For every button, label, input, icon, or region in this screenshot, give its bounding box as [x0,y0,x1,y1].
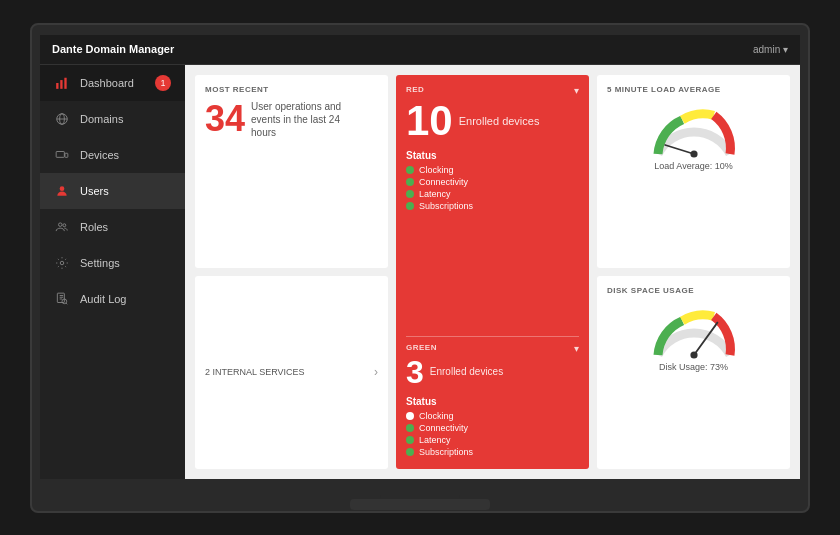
app-title: Dante Domain Manager [52,43,174,55]
settings-label: Settings [80,257,120,269]
svg-rect-6 [56,151,64,157]
dashboard-badge: 1 [155,75,171,91]
dashboard-label: Dashboard [80,77,134,89]
disk-gauge-container: Disk Usage: 73% [607,301,780,376]
disk-usage-header: DISK SPACE USAGE [607,286,780,295]
audit-icon [54,291,70,307]
svg-line-14 [665,145,694,154]
monitor-base [350,499,490,511]
green-status-title: Status [406,396,579,407]
internal-services-text: 2 INTERNAL SERVICES [205,367,305,377]
green-enrolled-row: 3 Enrolled devices [406,356,579,388]
roles-label: Roles [80,221,108,233]
green-status-clocking: Clocking [406,411,579,421]
green-connectivity-label: Connectivity [419,423,468,433]
red-connectivity-dot [406,178,414,186]
disk-gauge-svg [649,305,739,360]
svg-point-10 [63,223,66,226]
devices-label: Devices [80,149,119,161]
disk-usage-label: Disk Usage: 73% [659,362,728,372]
red-enrolled-label: Enrolled devices [459,115,540,127]
green-connectivity-dot [406,424,414,432]
globe-icon [54,111,70,127]
sidebar-item-users[interactable]: Users [40,173,185,209]
roles-icon [54,219,70,235]
svg-rect-12 [57,293,64,302]
load-average-card: 5 MINUTE LOAD AVERAGE [597,75,790,268]
sidebar-item-dashboard[interactable]: Dashboard 1 [40,65,185,101]
svg-rect-2 [64,77,66,88]
svg-point-11 [60,261,64,265]
green-latency-label: Latency [419,435,451,445]
domains-label: Domains [80,113,123,125]
green-subscriptions-label: Subscriptions [419,447,473,457]
load-gauge-container: Load Average: 10% [607,100,780,175]
top-bar: Dante Domain Manager admin ▾ [40,35,800,65]
person-icon [54,183,70,199]
sidebar-item-roles[interactable]: Roles [40,209,185,245]
red-enrolled-count: 10 [406,100,453,142]
sidebar-item-devices[interactable]: Devices [40,137,185,173]
red-card-inner: RED 10 Enrolled devices Status Clocking [406,85,579,459]
red-status-subscriptions: Subscriptions [406,201,579,211]
most-recent-card: MOST RECENT 34 User operations and event… [195,75,388,268]
content-area: MOST RECENT 34 User operations and event… [185,65,800,479]
most-recent-description: User operations and events in the last 2… [251,100,351,139]
green-clocking-label: Clocking [419,411,454,421]
most-recent-header: MOST RECENT [205,85,378,94]
sidebar-item-domains[interactable]: Domains [40,101,185,137]
load-average-label: Load Average: 10% [654,161,732,171]
red-latency-label: Latency [419,189,451,199]
green-latency-dot [406,436,414,444]
green-status-section: Status Clocking Connectivity [406,396,579,457]
load-average-header: 5 MINUTE LOAD AVERAGE [607,85,780,94]
svg-point-15 [690,150,697,157]
red-dropdown-arrow[interactable]: ▾ [574,85,579,96]
red-top-section: RED 10 Enrolled devices Status Clocking [406,85,579,330]
svg-rect-7 [65,153,68,157]
main-layout: Dashboard 1 Domains Devices [40,65,800,479]
red-subscriptions-label: Subscriptions [419,201,473,211]
devices-icon [54,147,70,163]
gear-icon [54,255,70,271]
svg-point-8 [60,186,65,191]
red-divider [406,336,579,337]
red-panel-header: RED [406,85,579,94]
svg-rect-1 [60,80,62,89]
sidebar: Dashboard 1 Domains Devices [40,65,185,479]
green-subscriptions-dot [406,448,414,456]
monitor: Dante Domain Manager admin ▾ Dashboard 1 [30,23,810,513]
sidebar-item-audit-log[interactable]: Audit Log [40,281,185,317]
disk-space-card: DISK SPACE USAGE [597,276,790,469]
red-status-latency: Latency [406,189,579,199]
red-status-clocking: Clocking [406,165,579,175]
audit-log-label: Audit Log [80,293,126,305]
red-panel-card: ▾ RED 10 Enrolled devices Status [396,75,589,469]
most-recent-content: 34 User operations and events in the las… [205,100,378,139]
red-subscriptions-dot [406,202,414,210]
load-gauge-svg [649,104,739,159]
red-latency-dot [406,190,414,198]
red-status-section: Status Clocking Connectivity [406,150,579,211]
red-clocking-label: Clocking [419,165,454,175]
green-panel-header: GREEN [406,343,579,352]
users-label: Users [80,185,109,197]
sidebar-item-settings[interactable]: Settings [40,245,185,281]
red-status-title: Status [406,150,579,161]
svg-point-9 [59,222,63,226]
most-recent-number: 34 [205,101,245,137]
green-section-wrapper: ▾ GREEN 3 Enrolled devices Status Clock [406,343,579,459]
internal-services-arrow[interactable]: › [374,365,378,379]
svg-rect-0 [56,83,58,89]
green-clocking-dot [406,412,414,420]
green-status-connectivity: Connectivity [406,423,579,433]
red-status-connectivity: Connectivity [406,177,579,187]
green-enrolled-label: Enrolled devices [430,366,503,377]
internal-services-card[interactable]: 2 INTERNAL SERVICES › [195,276,388,469]
admin-menu[interactable]: admin ▾ [753,44,788,55]
green-dropdown-arrow[interactable]: ▾ [574,343,579,354]
green-status-latency: Latency [406,435,579,445]
red-connectivity-label: Connectivity [419,177,468,187]
svg-point-17 [690,351,697,358]
screen: Dante Domain Manager admin ▾ Dashboard 1 [40,35,800,479]
